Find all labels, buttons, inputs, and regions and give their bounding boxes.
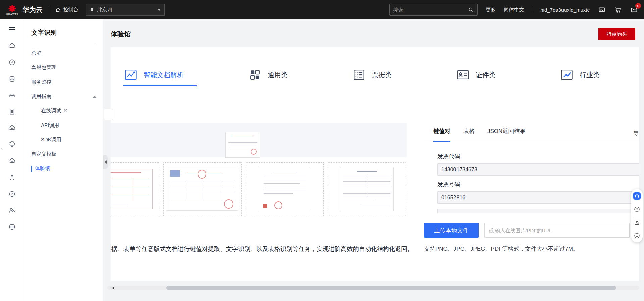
sidebar-item-label: SDK调用 bbox=[41, 137, 61, 143]
cloud-service-icon[interactable] bbox=[8, 42, 16, 50]
support-headset-icon[interactable] bbox=[633, 192, 641, 200]
selected-sample-strip bbox=[111, 123, 407, 157]
account-menu[interactable]: hid_7oa3uuxfq_muxtc bbox=[540, 7, 590, 13]
cloud-check-icon[interactable] bbox=[8, 124, 16, 132]
experience-card: 智能文档解析 通用类 票据类 证件类 bbox=[111, 47, 639, 281]
field-value-invoice-number[interactable] bbox=[437, 191, 639, 204]
sidebar-item-call-guide[interactable]: 调用指南 bbox=[24, 89, 103, 104]
tab-general[interactable]: 通用类 bbox=[248, 67, 288, 82]
sample-thumbnail-2[interactable] bbox=[163, 162, 241, 216]
sidebar-item-monitoring[interactable]: 服务监控 bbox=[24, 75, 103, 89]
message-badge: 6 bbox=[635, 3, 641, 9]
main-content: 体验馆 特惠购买 智能文档解析 通用类 票据类 bbox=[103, 19, 644, 301]
console-window-icon[interactable] bbox=[598, 6, 606, 14]
field-value-invoice-code[interactable] bbox=[437, 163, 639, 176]
sidebar-divider bbox=[31, 43, 96, 43]
scroll-left-arrow[interactable] bbox=[112, 286, 114, 290]
external-link-icon bbox=[63, 109, 68, 113]
upload-local-file-button[interactable]: 上传本地文件 bbox=[424, 223, 479, 238]
rail-icon-list: IP bbox=[8, 42, 16, 231]
help-icon[interactable]: ? bbox=[633, 205, 641, 213]
region-label: 北京四 bbox=[97, 7, 112, 13]
export-button-clipped[interactable]: 导 bbox=[633, 129, 639, 137]
grid-squares-icon bbox=[248, 67, 262, 82]
card-body: 据、表单等任意版式文档进行键值对提取、文字识别、以及表格识别等任务，实现进阶高效… bbox=[111, 86, 639, 281]
tab-label: 票据类 bbox=[372, 70, 392, 80]
tab-certificates[interactable]: 证件类 bbox=[455, 67, 496, 82]
ip-service-icon[interactable]: IP bbox=[8, 190, 16, 198]
more-menu[interactable]: 更多 bbox=[486, 7, 496, 13]
scrollbar-thumb[interactable] bbox=[166, 286, 616, 290]
tab-receipts[interactable]: 票据类 bbox=[352, 67, 392, 82]
sidebar-item-label: 套餐包管理 bbox=[31, 64, 56, 71]
svg-text:IP: IP bbox=[11, 193, 13, 196]
document-service-icon[interactable] bbox=[8, 108, 16, 115]
page-title: 体验馆 bbox=[111, 30, 131, 39]
search-input[interactable] bbox=[393, 7, 468, 13]
selected-sample-thumbnail[interactable] bbox=[226, 132, 260, 157]
global-search[interactable] bbox=[389, 4, 478, 16]
home-icon bbox=[55, 7, 61, 13]
horizontal-scrollbar[interactable] bbox=[107, 286, 639, 290]
sidebar-item-label: 调用指南 bbox=[31, 93, 51, 100]
industry-chart-icon bbox=[559, 67, 574, 82]
document-mock-image bbox=[111, 167, 155, 211]
network-waves-icon[interactable] bbox=[8, 92, 16, 99]
sidebar-item-sdk-call[interactable]: SDK调用 bbox=[24, 133, 103, 147]
sample-thumbnail-1[interactable] bbox=[111, 162, 159, 216]
promo-purchase-button[interactable]: 特惠购买 bbox=[598, 28, 635, 40]
cloud-dots-icon[interactable] bbox=[8, 157, 16, 165]
console-label: 控制台 bbox=[63, 7, 78, 13]
tab-smart-document-parse[interactable]: 智能文档解析 bbox=[123, 67, 184, 82]
cart-icon[interactable] bbox=[614, 6, 622, 14]
document-mock-image bbox=[167, 168, 238, 211]
storage-stack-icon[interactable] bbox=[8, 75, 16, 83]
brand-name[interactable]: 华为云 bbox=[22, 5, 43, 14]
sidebar-item-overview[interactable]: 总览 bbox=[24, 46, 103, 60]
tab-key-value-pairs[interactable]: 键值对 bbox=[433, 127, 450, 142]
search-icon[interactable] bbox=[468, 7, 474, 13]
monitor-gauge-icon[interactable] bbox=[8, 59, 16, 66]
anchor-icon[interactable] bbox=[8, 174, 16, 181]
rail-expander-chevron[interactable]: › bbox=[0, 144, 4, 153]
feature-description: 据、表单等任意版式文档进行键值对提取、文字识别、以及表格识别等任务，实现进阶高效… bbox=[111, 245, 413, 253]
feedback-icon[interactable] bbox=[633, 218, 641, 227]
online-url-input[interactable] bbox=[484, 223, 630, 238]
menu-icon[interactable] bbox=[8, 26, 16, 33]
language-switcher[interactable]: 简体中文 bbox=[504, 7, 524, 13]
field-value-clipped[interactable] bbox=[437, 209, 639, 213]
service-sidebar: 文字识别 总览 套餐包管理 服务监控 调用指南 在线调试 API调用 SDK调用… bbox=[24, 19, 103, 301]
tab-industry[interactable]: 行业类 bbox=[559, 67, 600, 82]
cloud-download-icon[interactable] bbox=[8, 141, 16, 148]
tab-label: 通用类 bbox=[268, 70, 288, 80]
sidebar-item-api-call[interactable]: API调用 bbox=[24, 118, 103, 133]
tab-label: 证件类 bbox=[476, 70, 496, 80]
message-icon[interactable]: 6 bbox=[630, 6, 638, 14]
format-note: 支持PNG、JPG、JPEG、PDF等格式，文件大小不超过7M。 bbox=[424, 245, 579, 253]
console-link[interactable]: 控制台 bbox=[55, 7, 78, 13]
huawei-logo[interactable]: HUAWEI bbox=[6, 4, 18, 15]
globe-icon[interactable] bbox=[8, 223, 16, 231]
tab-table[interactable]: 表格 bbox=[463, 127, 475, 142]
sample-thumbnail-row bbox=[111, 162, 406, 218]
sidebar-collapse-handle[interactable] bbox=[103, 155, 108, 169]
chevron-down-icon bbox=[158, 9, 161, 11]
sample-thumbnail-3[interactable] bbox=[246, 162, 324, 216]
sidebar-item-label: 服务监控 bbox=[31, 79, 51, 85]
huawei-logo-text: HUAWEI bbox=[6, 13, 18, 15]
smiley-icon[interactable] bbox=[633, 232, 641, 240]
sidebar-item-experience-hall[interactable]: 体验馆 bbox=[24, 161, 103, 176]
sidebar-item-custom-template[interactable]: 自定义模板 bbox=[24, 147, 103, 161]
region-selector[interactable]: 北京四 bbox=[86, 4, 165, 16]
top-navigation-bar: HUAWEI 华为云 控制台 北京四 更多 简体中文 hid_7oa3uuxfq… bbox=[0, 0, 644, 19]
page-header: 体验馆 特惠购买 bbox=[103, 19, 644, 40]
sample-thumbnail-4[interactable] bbox=[328, 162, 406, 216]
sidebar-item-packages[interactable]: 套餐包管理 bbox=[24, 60, 103, 75]
tab-json-result[interactable]: JSON返回结果 bbox=[487, 127, 525, 142]
users-icon[interactable] bbox=[8, 207, 16, 214]
clipped-ui-fragment bbox=[104, 109, 113, 120]
svg-text:?: ? bbox=[636, 208, 638, 211]
service-icon-rail: IP bbox=[0, 19, 24, 301]
extracted-fields: 发票代码 发票号码 bbox=[437, 142, 639, 213]
sidebar-item-online-debug[interactable]: 在线调试 bbox=[24, 104, 103, 118]
